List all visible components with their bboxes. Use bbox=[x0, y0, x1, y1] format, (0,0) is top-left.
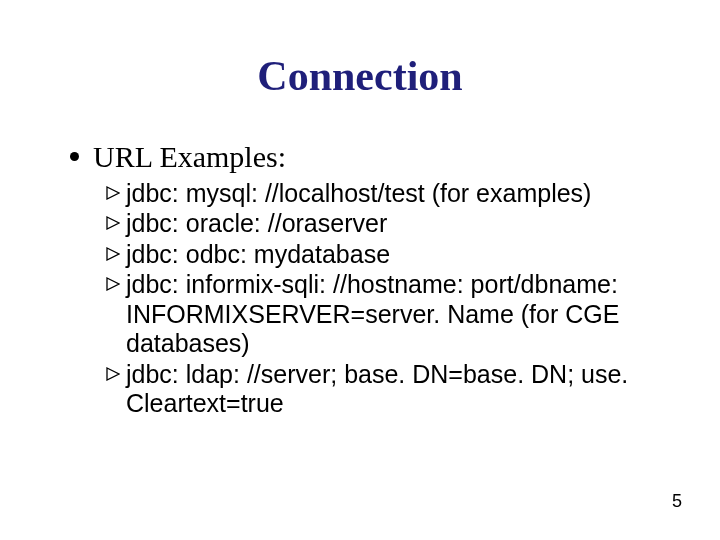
slide-title: Connection bbox=[0, 52, 720, 100]
svg-marker-2 bbox=[107, 248, 119, 260]
list-item-text: jdbc: informix-sqli: //hostname: port/db… bbox=[126, 270, 656, 359]
list-item-text: jdbc: oracle: //oraserver bbox=[126, 209, 387, 239]
slide-body: URL Examples: jdbc: mysql: //localhost/t… bbox=[70, 140, 660, 420]
triangle-bullet-icon bbox=[106, 216, 120, 230]
slide: Connection URL Examples: jdbc: mysql: //… bbox=[0, 0, 720, 540]
list-item-text: jdbc: odbc: mydatabase bbox=[126, 240, 390, 270]
list-item: jdbc: informix-sqli: //hostname: port/db… bbox=[106, 270, 660, 359]
triangle-bullet-icon bbox=[106, 247, 120, 261]
list-item-text: jdbc: ldap: //server; base. DN=base. DN;… bbox=[126, 360, 656, 419]
list-item: jdbc: ldap: //server; base. DN=base. DN;… bbox=[106, 360, 660, 419]
svg-marker-3 bbox=[107, 278, 119, 290]
sub-bullet-list: jdbc: mysql: //localhost/test (for examp… bbox=[106, 179, 660, 419]
svg-marker-4 bbox=[107, 368, 119, 380]
bullet-level1: URL Examples: bbox=[70, 140, 660, 175]
svg-marker-0 bbox=[107, 187, 119, 199]
list-item: jdbc: odbc: mydatabase bbox=[106, 240, 660, 270]
triangle-bullet-icon bbox=[106, 277, 120, 291]
list-item-text: jdbc: mysql: //localhost/test (for examp… bbox=[126, 179, 591, 209]
triangle-bullet-icon bbox=[106, 186, 120, 200]
list-item: jdbc: mysql: //localhost/test (for examp… bbox=[106, 179, 660, 209]
triangle-bullet-icon bbox=[106, 367, 120, 381]
svg-marker-1 bbox=[107, 217, 119, 229]
bullet-dot-icon bbox=[70, 152, 79, 161]
list-item: jdbc: oracle: //oraserver bbox=[106, 209, 660, 239]
bullet-heading: URL Examples: bbox=[93, 140, 286, 175]
page-number: 5 bbox=[672, 491, 682, 512]
